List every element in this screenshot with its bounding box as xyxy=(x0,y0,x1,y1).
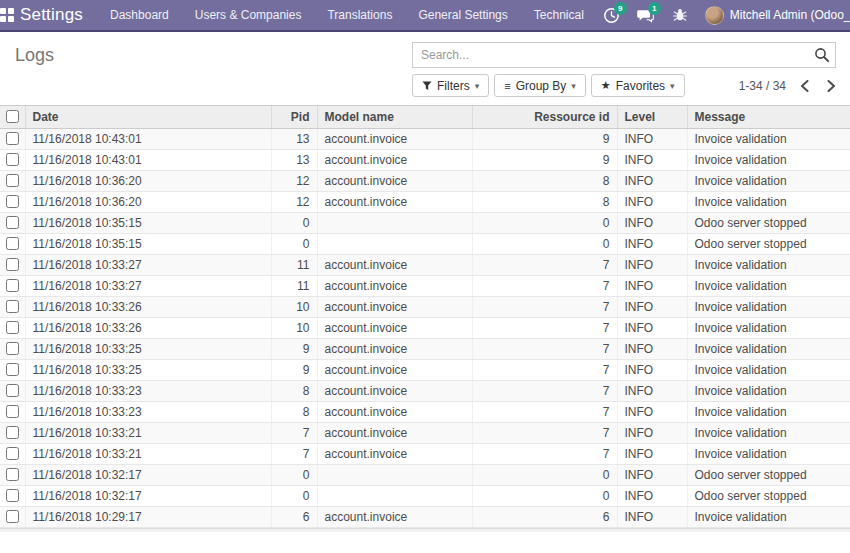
messages-button[interactable]: 1 xyxy=(631,0,661,31)
row-select-cell[interactable] xyxy=(0,338,25,359)
row-select-cell[interactable] xyxy=(0,380,25,401)
table-row[interactable]: 11/16/2018 10:33:259account.invoice7INFO… xyxy=(0,338,850,359)
row-select-cell[interactable] xyxy=(0,170,25,191)
table-row[interactable]: 11/16/2018 10:32:1700INFOOdoo server sto… xyxy=(0,485,850,506)
row-checkbox[interactable] xyxy=(6,426,19,439)
cell-model-name: account.invoice xyxy=(317,422,472,443)
table-row[interactable]: 11/16/2018 10:33:2610account.invoice7INF… xyxy=(0,296,850,317)
table-row[interactable]: 11/16/2018 10:33:238account.invoice7INFO… xyxy=(0,401,850,422)
nav-item-general-settings[interactable]: General Settings xyxy=(405,0,520,31)
row-select-cell[interactable] xyxy=(0,317,25,338)
row-select-cell[interactable] xyxy=(0,128,25,149)
row-select-cell[interactable] xyxy=(0,443,25,464)
favorites-label: Favorites xyxy=(616,79,665,93)
table-row[interactable]: 11/16/2018 10:36:2012account.invoice8INF… xyxy=(0,191,850,212)
row-checkbox[interactable] xyxy=(6,153,19,166)
column-header-date[interactable]: Date xyxy=(25,106,271,128)
row-checkbox[interactable] xyxy=(6,447,19,460)
table-row[interactable]: 11/16/2018 10:33:217account.invoice7INFO… xyxy=(0,422,850,443)
table-row[interactable]: 11/16/2018 10:33:259account.invoice7INFO… xyxy=(0,359,850,380)
row-checkbox[interactable] xyxy=(6,132,19,145)
row-checkbox[interactable] xyxy=(6,216,19,229)
table-row[interactable]: 11/16/2018 10:43:0113account.invoice9INF… xyxy=(0,149,850,170)
table-row[interactable]: 11/16/2018 10:33:217account.invoice7INFO… xyxy=(0,443,850,464)
row-checkbox[interactable] xyxy=(6,237,19,250)
row-checkbox[interactable] xyxy=(6,468,19,481)
cell-date: 11/16/2018 10:33:25 xyxy=(25,338,271,359)
row-checkbox[interactable] xyxy=(6,321,19,334)
nav-item-dashboard[interactable]: Dashboard xyxy=(97,0,182,31)
row-checkbox[interactable] xyxy=(6,489,19,502)
table-row[interactable]: 11/16/2018 10:32:1700INFOOdoo server sto… xyxy=(0,464,850,485)
table-row[interactable]: 11/16/2018 10:33:238account.invoice7INFO… xyxy=(0,380,850,401)
row-select-cell[interactable] xyxy=(0,422,25,443)
row-select-cell[interactable] xyxy=(0,485,25,506)
apps-menu-button[interactable] xyxy=(0,0,14,31)
activities-button[interactable]: 9 xyxy=(597,0,627,31)
column-header-pid[interactable]: Pid xyxy=(271,106,317,128)
pager-next-button[interactable] xyxy=(827,80,836,92)
star-icon: ★ xyxy=(601,79,611,92)
table-row[interactable]: 11/16/2018 10:35:1500INFOOdoo server sto… xyxy=(0,212,850,233)
filters-label: Filters xyxy=(437,79,470,93)
row-select-cell[interactable] xyxy=(0,275,25,296)
row-select-cell[interactable] xyxy=(0,149,25,170)
row-checkbox[interactable] xyxy=(6,342,19,355)
row-checkbox[interactable] xyxy=(6,510,19,523)
nav-item-technical[interactable]: Technical xyxy=(521,0,597,31)
row-checkbox[interactable] xyxy=(6,300,19,313)
cell-message: Odoo server stopped xyxy=(687,464,850,485)
select-all-cell[interactable] xyxy=(0,106,25,128)
row-checkbox[interactable] xyxy=(6,384,19,397)
filters-button[interactable]: Filters ▾ xyxy=(412,74,489,97)
row-checkbox[interactable] xyxy=(6,405,19,418)
column-header-level[interactable]: Level xyxy=(617,106,687,128)
row-select-cell[interactable] xyxy=(0,359,25,380)
user-menu[interactable]: Mitchell Admin (Odoo_12) ▾ xyxy=(699,6,850,25)
row-checkbox[interactable] xyxy=(6,279,19,292)
debug-button[interactable] xyxy=(665,0,695,31)
row-checkbox[interactable] xyxy=(6,195,19,208)
table-row[interactable]: 11/16/2018 10:36:2012account.invoice8INF… xyxy=(0,170,850,191)
page-title: Logs xyxy=(15,45,54,97)
cell-ressource-id: 8 xyxy=(472,191,617,212)
search-input[interactable] xyxy=(412,42,836,68)
table-row[interactable]: 11/16/2018 10:33:2711account.invoice7INF… xyxy=(0,254,850,275)
app-title[interactable]: Settings xyxy=(14,5,97,25)
cell-ressource-id: 7 xyxy=(472,296,617,317)
table-row[interactable]: 11/16/2018 10:33:2610account.invoice7INF… xyxy=(0,317,850,338)
row-select-cell[interactable] xyxy=(0,401,25,422)
select-all-checkbox[interactable] xyxy=(6,110,19,123)
cell-ressource-id: 0 xyxy=(472,233,617,254)
row-select-cell[interactable] xyxy=(0,191,25,212)
cell-level: INFO xyxy=(617,443,687,464)
column-header-ressource-id[interactable]: Ressource id xyxy=(472,106,617,128)
pager-previous-button[interactable] xyxy=(800,80,809,92)
nav-item-translations[interactable]: Translations xyxy=(314,0,405,31)
row-checkbox[interactable] xyxy=(6,258,19,271)
row-select-cell[interactable] xyxy=(0,506,25,527)
favorites-button[interactable]: ★ Favorites ▾ xyxy=(591,74,685,97)
row-checkbox[interactable] xyxy=(6,363,19,376)
cell-pid: 8 xyxy=(271,401,317,422)
row-checkbox[interactable] xyxy=(6,174,19,187)
cell-message: Odoo server stopped xyxy=(687,485,850,506)
table-row[interactable]: 11/16/2018 10:43:0113account.invoice9INF… xyxy=(0,128,850,149)
row-select-cell[interactable] xyxy=(0,233,25,254)
nav-item-users-companies[interactable]: Users & Companies xyxy=(182,0,315,31)
table-row[interactable]: 11/16/2018 10:33:2711account.invoice7INF… xyxy=(0,275,850,296)
table-row[interactable]: 11/16/2018 10:35:1500INFOOdoo server sto… xyxy=(0,233,850,254)
group-by-button[interactable]: ≡ Group By ▾ xyxy=(494,74,586,97)
column-header-message[interactable]: Message xyxy=(687,106,850,128)
control-panel: Logs Filters ▾ ≡ Group By ▾ xyxy=(0,32,850,105)
row-select-cell[interactable] xyxy=(0,296,25,317)
search-icon[interactable] xyxy=(814,47,830,66)
row-select-cell[interactable] xyxy=(0,464,25,485)
cell-level: INFO xyxy=(617,149,687,170)
row-select-cell[interactable] xyxy=(0,254,25,275)
cell-pid: 9 xyxy=(271,338,317,359)
cell-date: 11/16/2018 10:33:27 xyxy=(25,254,271,275)
table-row[interactable]: 11/16/2018 10:29:176account.invoice6INFO… xyxy=(0,506,850,527)
column-header-model-name[interactable]: Model name xyxy=(317,106,472,128)
row-select-cell[interactable] xyxy=(0,212,25,233)
